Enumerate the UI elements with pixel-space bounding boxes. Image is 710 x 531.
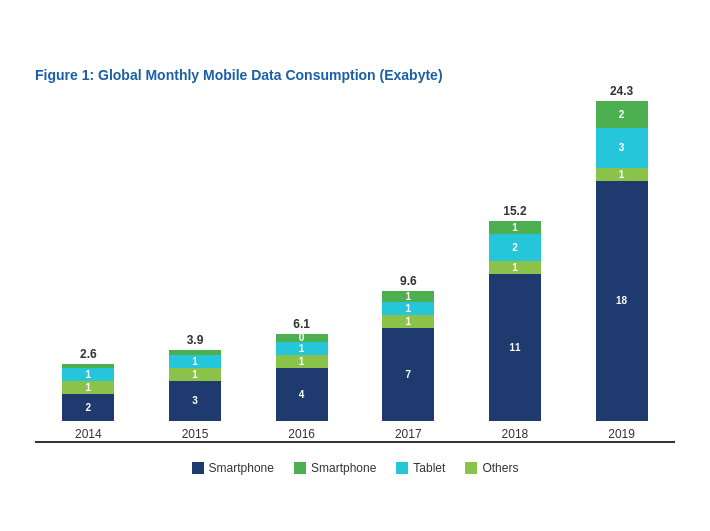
segment-seg-green: 0 [276, 334, 328, 342]
bar-2014: 211 [62, 364, 114, 421]
bar-total-2019: 24.3 [610, 84, 633, 98]
bar-2018: 11121 [489, 221, 541, 421]
legend-item-others: Others [465, 461, 518, 475]
year-label-2019: 2019 [608, 427, 635, 441]
year-label-2014: 2014 [75, 427, 102, 441]
segment-seg-teal: 3 [596, 128, 648, 168]
bar-group-2016: 6.141102016 [276, 317, 328, 441]
chart-container: Figure 1: Global Monthly Mobile Data Con… [15, 47, 695, 485]
segment-seg-teal: 1 [382, 302, 434, 315]
bar-group-2017: 9.671112017 [382, 274, 434, 441]
legend-color-box [465, 462, 477, 474]
bar-total-2015: 3.9 [187, 333, 204, 347]
segment-seg-teal: 1 [169, 355, 221, 368]
segment-seg-navy: 18 [596, 181, 648, 421]
segment-seg-lime: 1 [169, 368, 221, 381]
bar-group-2019: 24.3181322019 [596, 84, 648, 441]
bar-total-2016: 6.1 [293, 317, 310, 331]
chart-title: Figure 1: Global Monthly Mobile Data Con… [35, 67, 675, 83]
year-label-2018: 2018 [502, 427, 529, 441]
segment-seg-teal: 2 [489, 234, 541, 261]
legend-label: Tablet [413, 461, 445, 475]
segment-seg-navy: 4 [276, 368, 328, 421]
segment-seg-lime: 1 [489, 261, 541, 274]
bar-total-2018: 15.2 [503, 204, 526, 218]
legend-color-box [192, 462, 204, 474]
bar-2016: 4110 [276, 334, 328, 421]
legend-color-box [294, 462, 306, 474]
year-label-2015: 2015 [182, 427, 209, 441]
chart-area: 2.621120143.931120156.1411020169.6711120… [35, 103, 675, 443]
segment-seg-navy: 7 [382, 328, 434, 421]
segment-seg-lime: 1 [62, 381, 114, 394]
bar-group-2018: 15.2111212018 [489, 204, 541, 441]
segment-seg-lime: 1 [382, 315, 434, 328]
segment-seg-navy: 2 [62, 394, 114, 421]
segment-seg-lime: 1 [276, 355, 328, 368]
segment-seg-teal: 1 [62, 368, 114, 381]
bar-2017: 7111 [382, 291, 434, 421]
segment-seg-green: 2 [596, 101, 648, 128]
segment-seg-navy: 3 [169, 381, 221, 421]
bar-2019: 18132 [596, 101, 648, 421]
legend-color-box [396, 462, 408, 474]
bar-total-2017: 9.6 [400, 274, 417, 288]
legend-label: Others [482, 461, 518, 475]
legend: SmartphoneSmartphoneTabletOthers [35, 461, 675, 475]
bar-total-2014: 2.6 [80, 347, 97, 361]
legend-item-tablet: Tablet [396, 461, 445, 475]
segment-seg-teal: 1 [276, 342, 328, 355]
bar-group-2015: 3.93112015 [169, 333, 221, 441]
legend-item-smartphone: Smartphone [192, 461, 274, 475]
legend-item-smartphone: Smartphone [294, 461, 376, 475]
year-label-2017: 2017 [395, 427, 422, 441]
segment-seg-green: 1 [382, 291, 434, 302]
legend-label: Smartphone [209, 461, 274, 475]
segment-seg-navy: 11 [489, 274, 541, 421]
bar-group-2014: 2.62112014 [62, 347, 114, 441]
segment-seg-green: 1 [489, 221, 541, 234]
legend-label: Smartphone [311, 461, 376, 475]
year-label-2016: 2016 [288, 427, 315, 441]
bar-2015: 311 [169, 350, 221, 421]
segment-seg-lime: 1 [596, 168, 648, 181]
